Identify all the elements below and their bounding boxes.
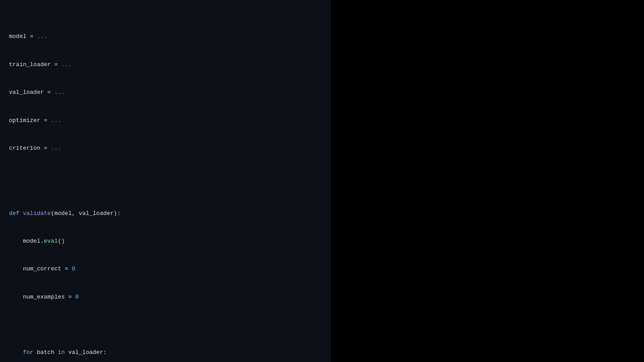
code-line: model.eval() (9, 237, 322, 246)
code-line: num_correct = 0 (9, 265, 322, 274)
code-line: for batch in val_loader: (9, 348, 322, 358)
code-line: val_loader = ... (9, 88, 322, 97)
code-line: num_examples = 0 (9, 293, 322, 302)
code-line: criterion = ... (9, 144, 322, 153)
code-line: def validate(model, val_loader): (9, 209, 322, 219)
code-line-blank (9, 320, 322, 330)
code-editor: model = ... train_loader = ... val_loade… (0, 0, 331, 362)
code-content: model = ... train_loader = ... val_loade… (0, 4, 331, 362)
right-panel (331, 0, 644, 362)
code-line: optimizer = ... (9, 116, 322, 126)
code-line-blank (9, 172, 322, 181)
code-line: train_loader = ... (9, 60, 322, 70)
code-line: model = ... (9, 32, 322, 42)
